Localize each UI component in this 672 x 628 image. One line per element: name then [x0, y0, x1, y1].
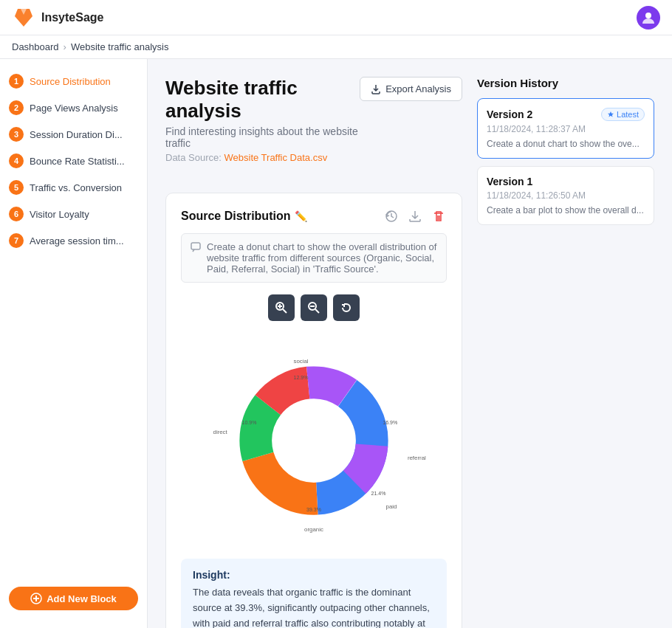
add-new-block-button[interactable]: Add New Block — [9, 587, 138, 610]
donut-chart: social direct organic referral paid 10.9… — [210, 337, 417, 544]
version-card-2[interactable]: Version 2 Latest 11/18/2024, 11:28:37 AM… — [477, 98, 654, 159]
block-actions-source — [383, 208, 447, 224]
app-name: InsyteSage — [41, 11, 103, 24]
zoom-in-icon — [275, 302, 287, 314]
avatar[interactable] — [637, 6, 660, 30]
sidebar-label-4: Bounce Rate Statisti... — [30, 156, 125, 167]
sidebar-num-4: 4 — [9, 153, 24, 168]
organic-label: organic — [304, 526, 323, 533]
svg-line-9 — [283, 309, 287, 313]
version-1-date: 11/18/2024, 11:26:50 AM — [487, 190, 645, 201]
add-block-label: Add New Block — [47, 593, 117, 604]
edit-title-icon[interactable]: ✏️ — [295, 210, 307, 222]
direct-label: direct — [213, 429, 228, 435]
referral-label: referral — [408, 455, 426, 461]
export-analysis-button[interactable]: Export Analysis — [360, 77, 462, 101]
svg-marker-21 — [608, 111, 614, 117]
chat-icon — [191, 242, 201, 252]
data-source-link[interactable]: Website Traffic Data.csv — [224, 152, 328, 163]
main-content: Website traffic analysis Find interestin… — [148, 59, 672, 628]
zoom-out-icon — [308, 302, 320, 314]
source-distribution-block: Source Distribution ✏️ — [165, 193, 462, 628]
social-label: social — [293, 358, 308, 365]
logo-icon — [12, 6, 35, 30]
sidebar-item-traffic-conversion[interactable]: 5 Traffic vs. Conversion — [0, 174, 147, 201]
sidebar-item-bounce-rate[interactable]: 4 Bounce Rate Statisti... — [0, 148, 147, 174]
paid-label: paid — [386, 503, 397, 510]
sidebar-label-7: Average session tim... — [30, 235, 124, 246]
sidebar-num-2: 2 — [9, 100, 24, 115]
paid-pct: 21.4% — [371, 491, 386, 496]
layout: 1 Source Distribution 2 Page Views Analy… — [0, 59, 672, 628]
sidebar-label-6: Visitor Loyalty — [30, 209, 89, 220]
version-2-name: Version 2 — [487, 108, 532, 120]
sidebar-num-7: 7 — [9, 233, 24, 248]
sidebar-item-avg-session[interactable]: 7 Average session tim... — [0, 227, 147, 254]
social-pct: 12.9% — [294, 375, 309, 380]
trash-icon — [432, 210, 445, 223]
breadcrumb-home[interactable]: Dashboard — [12, 41, 59, 52]
plus-icon — [30, 593, 42, 604]
delete-button[interactable] — [431, 208, 447, 224]
reset-button[interactable] — [333, 294, 360, 321]
insight-box: Insight: The data reveals that organic t… — [181, 559, 447, 628]
reset-icon — [340, 302, 352, 314]
sidebar-label-1: Source Distribution — [30, 76, 111, 87]
sidebar-num-5: 5 — [9, 180, 24, 195]
page-subtitle: Find interesting insights about the webs… — [165, 125, 360, 149]
share-button[interactable] — [407, 208, 423, 224]
sidebar-item-page-views[interactable]: 2 Page Views Analysis — [0, 94, 147, 121]
sidebar-num-1: 1 — [9, 74, 24, 89]
source-distribution-title: Source Distribution — [181, 210, 290, 223]
zoom-in-button[interactable] — [268, 294, 295, 321]
version-2-badge-text: Latest — [617, 110, 639, 119]
version-history-title: Version History — [477, 77, 654, 89]
version-2-desc: Create a donut chart to show the ove... — [487, 139, 645, 149]
svg-point-2 — [645, 13, 651, 18]
sidebar-item-source-distribution[interactable]: 1 Source Distribution — [0, 68, 147, 94]
sidebar-item-session-duration[interactable]: 3 Session Duration Di... — [0, 121, 147, 148]
sidebar-label-2: Page Views Analysis — [30, 103, 118, 114]
breadcrumb-separator: › — [64, 41, 66, 52]
export-icon — [371, 84, 381, 94]
organic-pct: 39.3% — [306, 507, 321, 512]
insight-title: Insight: — [193, 569, 435, 581]
block-title-source: Source Distribution ✏️ — [181, 210, 307, 223]
version-card-1[interactable]: Version 1 11/18/2024, 11:26:50 AM Create… — [477, 166, 654, 225]
version-1-desc: Create a bar plot to show the overall d.… — [487, 205, 645, 215]
data-source-line: Data Source: Website Traffic Data.csv — [165, 152, 360, 163]
donut-svg: social direct organic referral paid 10.9… — [210, 337, 417, 544]
sidebar-label-5: Traffic vs. Conversion — [30, 182, 122, 193]
version-1-header: Version 1 — [487, 176, 645, 187]
page-title: Website traffic analysis — [165, 77, 360, 123]
top-nav: InsyteSage — [0, 0, 672, 35]
breadcrumb-current: Website traffic analysis — [71, 41, 168, 52]
export-button-label: Export Analysis — [385, 83, 451, 94]
version-2-header: Version 2 Latest — [487, 108, 645, 121]
star-icon — [607, 111, 614, 118]
direct-pct: 10.9% — [242, 420, 257, 425]
page-header-row: Website traffic analysis Find interestin… — [165, 77, 462, 178]
sidebar-num-6: 6 — [9, 207, 24, 221]
logo-area: InsyteSage — [12, 6, 103, 30]
content-area: Website traffic analysis Find interestin… — [165, 77, 462, 628]
block-header-source: Source Distribution ✏️ — [181, 208, 447, 224]
chart-area: social direct organic referral paid 10.9… — [181, 330, 447, 559]
insight-text: The data reveals that organic traffic is… — [193, 585, 435, 628]
sidebar-num-3: 3 — [9, 127, 24, 142]
version-2-date: 11/18/2024, 11:28:37 AM — [487, 124, 645, 134]
zoom-out-button[interactable] — [301, 294, 327, 321]
history-button[interactable] — [383, 208, 400, 224]
sidebar-item-visitor-loyalty[interactable]: 6 Visitor Loyalty — [0, 201, 147, 227]
version-2-badge: Latest — [601, 108, 645, 121]
data-source-label: Data Source: — [165, 152, 222, 163]
sidebar-label-3: Session Duration Di... — [30, 129, 123, 140]
page-header: Website traffic analysis Find interestin… — [165, 77, 360, 163]
prompt-area: Create a donut chart to show the overall… — [181, 233, 447, 283]
breadcrumb: Dashboard › Website traffic analysis — [0, 35, 672, 59]
history-icon — [385, 210, 398, 223]
prompt-text: Create a donut chart to show the overall… — [207, 241, 437, 275]
comment-icon — [191, 242, 201, 255]
referral-pct: 16.9% — [383, 420, 397, 425]
version-history-panel: Version History Version 2 Latest 11/18/2… — [477, 77, 654, 232]
